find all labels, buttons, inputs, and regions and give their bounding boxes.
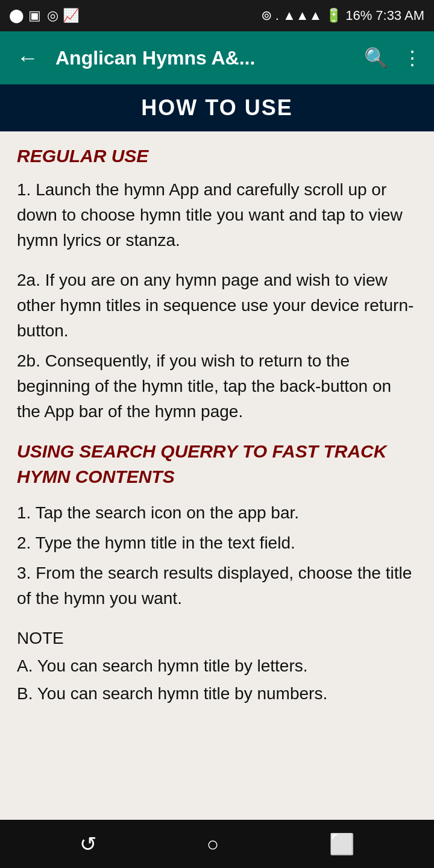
chart-icon: 📈 — [64, 9, 77, 22]
note-a: A. You can search hymn title by letters. — [17, 653, 417, 679]
note-label: NOTE — [17, 626, 417, 651]
app-bar: ← Anglican Hymns A&... 🔍 ⋮ — [0, 31, 434, 84]
regular-use-heading: REGULAR USE — [17, 146, 417, 166]
dot-icon: ◎ — [46, 9, 59, 22]
time-display: 7:33 AM — [376, 8, 424, 24]
signal-text: . — [275, 8, 279, 24]
cast-icon: ▣ — [28, 9, 41, 22]
circle-icon: ⬤ — [10, 9, 23, 22]
wifi-icon: ⊚ — [261, 8, 272, 24]
more-options-icon[interactable]: ⋮ — [403, 46, 422, 69]
section-title: HOW TO USE — [141, 95, 292, 120]
note-b: B. You can search hymn title by numbers. — [17, 681, 417, 706]
back-button[interactable]: ← — [12, 40, 43, 75]
app-bar-actions: 🔍 ⋮ — [364, 46, 422, 69]
step-2a-text: 2a. If you are on any hymn page and wish… — [17, 268, 417, 344]
search-icon[interactable]: 🔍 — [364, 46, 388, 69]
section-header: HOW TO USE — [0, 84, 434, 131]
status-right-info: ⊚ . ▲▲▲ 🔋 16% 7:33 AM — [261, 8, 424, 24]
app-title: Anglican Hymns A&... — [55, 47, 352, 69]
nav-recent-button[interactable]: ⬜ — [319, 827, 364, 861]
content-area: REGULAR USE 1. Launch the hymn App and c… — [0, 131, 434, 820]
step-2b-text: 2b. Consequently, if you wish to return … — [17, 348, 417, 424]
status-bar: ⬤ ▣ ◎ 📈 ⊚ . ▲▲▲ 🔋 16% 7:33 AM — [0, 0, 434, 31]
search-step-1: 1. Tap the search icon on the app bar. — [17, 500, 417, 526]
step-1-text: 1. Launch the hymn App and carefully scr… — [17, 177, 417, 253]
battery-icon: 🔋 — [326, 8, 342, 24]
battery-percent: 16% — [345, 8, 372, 24]
search-step-2: 2. Type the hymn title in the text field… — [17, 530, 417, 556]
bottom-nav-bar: ↺ ○ ⬜ — [0, 820, 434, 868]
status-left-icons: ⬤ ▣ ◎ 📈 — [10, 9, 77, 22]
nav-back-button[interactable]: ↺ — [70, 827, 106, 861]
search-section-heading: USING SEARCH QUERRY TO FAST TRACK HYMN C… — [17, 439, 417, 489]
network-icon: ▲▲▲ — [283, 8, 322, 24]
search-step-3: 3. From the search results displayed, ch… — [17, 561, 417, 611]
nav-home-button[interactable]: ○ — [197, 828, 229, 861]
